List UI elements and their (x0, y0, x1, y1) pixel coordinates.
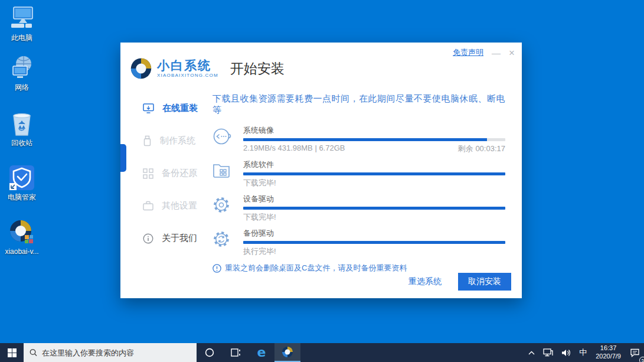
warning-text: 重装之前会删除桌面及C盘文件，请及时备份重要资料 (225, 263, 407, 273)
desktop-icon-pc-manager[interactable]: 电脑管家 (1, 164, 43, 202)
taskbar-clock[interactable]: 16:37 2020/7/9 (591, 344, 626, 361)
backup-grid-icon (143, 168, 153, 179)
sidebar-label: 在线重装 (162, 103, 198, 114)
warning-note: 重装之前会删除桌面及C盘文件，请及时备份重要资料 (213, 263, 505, 273)
speaker-icon (561, 349, 571, 357)
ethernet-icon (543, 348, 553, 357)
edge-icon: e (257, 346, 266, 359)
task-status: 执行完毕! (243, 246, 276, 257)
disclaimer-link[interactable]: 免责声明 (453, 47, 483, 58)
windows-logo-icon (8, 348, 17, 357)
desktop-icon-label: 回收站 (11, 139, 32, 148)
task-name: 系统镜像 (243, 125, 505, 136)
brand-domain: XIAOBAIXITONG.COM (157, 73, 218, 78)
sidebar-item-online-reinstall[interactable]: 在线重装 (120, 92, 213, 125)
task-view-icon (231, 348, 241, 357)
search-icon (30, 348, 37, 357)
xiaobai-logo-icon (130, 57, 152, 80)
sidebar-label: 制作系统 (160, 135, 195, 146)
page-title: 开始安装 (230, 60, 285, 78)
task-name: 设备驱动 (243, 194, 505, 204)
notification-badge: 5 (639, 357, 644, 362)
task-name: 备份驱动 (243, 228, 505, 239)
recycle-bin-icon (9, 111, 34, 137)
action-center-button[interactable]: 5 (626, 343, 644, 362)
minimize-button[interactable]: — (492, 48, 501, 57)
task-stats: 2.19MB/s 431.98MB | 6.72GB (243, 144, 345, 154)
gear-icon (213, 196, 230, 214)
progress-bar (243, 241, 505, 244)
sidebar-item-backup-restore[interactable]: 备份还原 (120, 157, 213, 190)
task-view-button[interactable] (223, 343, 249, 362)
task-status: 下载完毕! (243, 212, 276, 223)
start-button[interactable] (0, 343, 24, 362)
cortana-icon (205, 348, 214, 357)
this-pc-icon (9, 5, 35, 32)
task-system-software: 系统软件 下载完毕! (213, 159, 505, 188)
cancel-install-button[interactable]: 取消安装 (458, 273, 511, 291)
reselect-system-button[interactable]: 重选系统 (408, 276, 442, 287)
desktop-icon-label: xiaobai-v... (5, 248, 38, 256)
task-name: 系统软件 (243, 159, 505, 170)
xiaobai-app-icon (8, 218, 35, 246)
sidebar-label: 其他设置 (162, 200, 197, 211)
sidebar-item-other-settings[interactable]: 其他设置 (120, 190, 213, 222)
taskbar: e 中 16:37 (0, 343, 644, 362)
xiaobai-app-taskbar-button[interactable] (274, 343, 300, 362)
desktop-icon-label: 电脑管家 (8, 194, 36, 202)
xiaobai-taskbar-icon (282, 346, 293, 358)
close-button[interactable]: × (509, 48, 515, 58)
task-backup-driver: 备份驱动 执行完毕! (213, 228, 505, 257)
install-progress-panel: 下载且收集资源需要耗费一点时间，在此期间尽量不要使电脑休眠、断电等 系统镜像 2 (213, 92, 522, 273)
search-input[interactable] (42, 348, 191, 357)
task-remaining-time: 剩余 00:03:17 (458, 144, 505, 154)
desktop-icon-label: 此电脑 (11, 34, 32, 43)
brand-name: 小白系统 (157, 59, 218, 72)
mascot-face-icon (213, 128, 231, 145)
desktop-icon-network[interactable]: 网络 (1, 54, 43, 92)
task-device-driver: 设备驱动 下载完毕! (213, 194, 505, 223)
notice-text: 下载且收集资源需要耗费一点时间，在此期间尽量不要使电脑休眠、断电等 (213, 93, 505, 116)
brand-logo: 小白系统 XIAOBAIXITONG.COM (130, 57, 218, 80)
progress-bar (243, 207, 505, 210)
network-icon (8, 54, 35, 81)
input-language-indicator[interactable]: 中 (575, 343, 591, 362)
sidebar: 在线重装 制作系统 备份还原 (120, 92, 213, 273)
sidebar-item-make-system[interactable]: 制作系统 (120, 125, 213, 157)
gear-sync-icon (213, 230, 230, 248)
progress-bar (243, 172, 505, 175)
cortana-button[interactable] (197, 343, 223, 362)
info-icon (143, 233, 153, 244)
software-folder-icon (213, 162, 231, 178)
sidebar-item-about-us[interactable]: 关于我们 (120, 222, 213, 255)
clock-time: 16:37 (596, 344, 621, 353)
progress-bar (243, 138, 505, 141)
briefcase-icon (143, 201, 153, 211)
sidebar-label: 关于我们 (162, 233, 197, 244)
pc-manager-shield-icon (8, 164, 35, 191)
taskbar-search[interactable] (24, 343, 197, 362)
network-tray-button[interactable] (539, 343, 557, 362)
installer-window: 免责声明 — × 小白系统 XIAOBAIXITONG.COM 开始安装 (120, 43, 522, 298)
task-system-image: 系统镜像 2.19MB/s 431.98MB | 6.72GB 剩余 00:03… (213, 125, 505, 154)
chevron-up-icon (528, 351, 535, 355)
tray-chevron-button[interactable] (524, 343, 539, 362)
volume-tray-button[interactable] (557, 343, 575, 362)
desktop-icon-label: 网络 (15, 84, 29, 92)
warning-info-icon (213, 264, 221, 273)
clock-date: 2020/7/9 (596, 353, 621, 361)
usb-drive-icon (143, 135, 152, 146)
edge-browser-button[interactable]: e (249, 343, 274, 362)
sidebar-label: 备份还原 (162, 168, 197, 179)
task-status: 下载完毕! (243, 178, 276, 188)
monitor-icon (143, 103, 154, 113)
desktop-icon-recycle-bin[interactable]: 回收站 (1, 111, 43, 148)
desktop-icon-xiaobai-shortcut[interactable]: xiaobai-v... (1, 218, 43, 256)
desktop-icon-this-pc[interactable]: 此电脑 (1, 5, 43, 43)
action-center-icon (630, 348, 640, 357)
